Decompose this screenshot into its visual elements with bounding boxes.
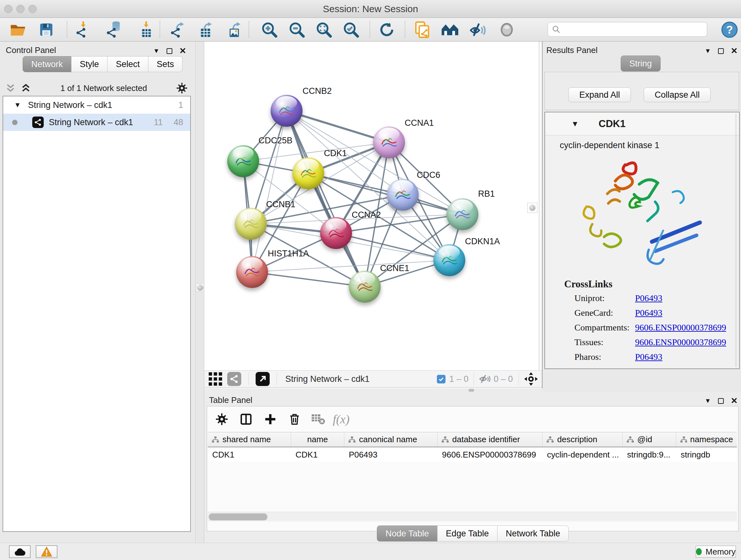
- column-header[interactable]: database identifier: [437, 432, 542, 447]
- export-table-icon[interactable]: [197, 21, 215, 39]
- open-file-icon[interactable]: [9, 21, 27, 39]
- network-view-panel: CCNE1HIST1H1ACDKN1ACCNA2CCNB1RB1CDC6CDK1…: [204, 42, 542, 392]
- network-node-RB1[interactable]: [447, 198, 478, 230]
- crosslink-value[interactable]: 9606.ENSP00000378699: [635, 322, 726, 333]
- table-row[interactable]: CDK1 CDK1 P06493 9606.ENSP00000378699 cy…: [208, 447, 737, 462]
- network-collection-row[interactable]: ▼ String Network – cdk1 1: [3, 97, 190, 114]
- results-panel-menu-icon[interactable]: ▼: [704, 47, 711, 55]
- window-close-button[interactable]: [4, 5, 12, 13]
- show-columns-icon[interactable]: [237, 411, 255, 428]
- memory-button[interactable]: Memory: [696, 546, 736, 558]
- collapse-all-networks-icon[interactable]: [20, 83, 31, 94]
- table-panel-close-icon[interactable]: ✕: [731, 396, 738, 406]
- table-panel-float-icon[interactable]: [718, 398, 724, 404]
- tab-network-table[interactable]: Network Table: [497, 525, 569, 542]
- network-options-gear-icon[interactable]: [176, 82, 188, 94]
- table-horizontal-scrollbar[interactable]: [208, 512, 737, 521]
- crosslink-value[interactable]: P06493: [635, 308, 663, 318]
- hidden-eye-icon[interactable]: [479, 374, 490, 384]
- network-node-CCNA1[interactable]: [373, 126, 405, 159]
- clone-network-icon[interactable]: [414, 21, 431, 39]
- export-image-icon[interactable]: [226, 21, 244, 39]
- search-field[interactable]: [548, 22, 707, 37]
- window-titlebar: Session: New Session: [0, 0, 741, 18]
- apply-layout-icon[interactable]: [378, 21, 396, 39]
- selected-checkbox-icon[interactable]: [437, 375, 446, 383]
- window-zoom-button[interactable]: [28, 5, 37, 13]
- collection-expander-icon[interactable]: ▼: [14, 101, 21, 109]
- results-panel-float-icon[interactable]: [718, 48, 724, 54]
- network-row-selected[interactable]: String Network – cdk1 11 48: [3, 114, 190, 131]
- zoom-selected-icon[interactable]: [342, 21, 360, 39]
- tab-select[interactable]: Select: [107, 56, 148, 72]
- table-options-gear-icon[interactable]: [213, 411, 231, 428]
- save-session-icon[interactable]: [37, 21, 55, 39]
- crosslink-value[interactable]: 9606.ENSP00000378699: [635, 337, 726, 348]
- control-panel-float-icon[interactable]: [166, 48, 172, 54]
- results-scrollbar[interactable]: [735, 114, 737, 367]
- network-canvas[interactable]: CCNE1HIST1H1ACDKN1ACCNA2CCNB1RB1CDC6CDK1…: [204, 42, 542, 370]
- expand-all-button[interactable]: Expand All: [568, 87, 631, 102]
- open-in-new-window-icon[interactable]: [256, 372, 270, 386]
- collapse-all-button[interactable]: Collapse All: [644, 87, 711, 102]
- zoom-out-icon[interactable]: [288, 21, 306, 39]
- network-node-CCNB2[interactable]: [271, 95, 302, 127]
- tab-style[interactable]: Style: [71, 56, 108, 72]
- help-icon[interactable]: [721, 21, 738, 39]
- column-header[interactable]: namespace: [676, 432, 737, 447]
- import-network-from-database-icon[interactable]: [106, 21, 124, 39]
- network-node-CCNB1[interactable]: [235, 208, 267, 240]
- gene-expander-icon[interactable]: ▼: [571, 119, 579, 128]
- column-header[interactable]: canonical name: [344, 432, 437, 447]
- gene-section-header[interactable]: ▼ CDK1: [545, 112, 739, 135]
- control-panel-close-icon[interactable]: ✕: [179, 46, 186, 56]
- column-header[interactable]: name: [291, 432, 344, 447]
- tab-string[interactable]: String: [621, 56, 661, 71]
- column-header[interactable]: @id: [623, 432, 676, 447]
- network-node-CCNE1[interactable]: [349, 271, 381, 303]
- grid-view-icon[interactable]: [209, 372, 222, 386]
- scrollbar-thumb[interactable]: [209, 513, 267, 520]
- table-panel-menu-icon[interactable]: ▼: [704, 397, 711, 405]
- vertical-splitter[interactable]: [195, 42, 204, 543]
- network-node-HIST1H1A[interactable]: [236, 256, 268, 288]
- tab-sets[interactable]: Sets: [148, 56, 183, 72]
- share-view-icon[interactable]: [227, 372, 241, 386]
- network-node-CDK1[interactable]: [292, 158, 324, 189]
- splitter-dot: [468, 389, 474, 392]
- column-header[interactable]: shared name: [208, 432, 291, 447]
- network-node-CCNA2[interactable]: [320, 217, 352, 249]
- gene-symbol: CDK1: [599, 118, 625, 130]
- zoom-fit-icon[interactable]: [315, 21, 333, 39]
- hide-labels-icon[interactable]: [469, 21, 487, 39]
- zoom-in-icon[interactable]: [260, 21, 278, 39]
- cloud-button[interactable]: [9, 545, 30, 558]
- tab-edge-table[interactable]: Edge Table: [437, 525, 497, 542]
- network-node-CDC25B[interactable]: [227, 145, 259, 177]
- canvas-scrollbar-knob[interactable]: [527, 203, 537, 213]
- window-minimize-button[interactable]: [16, 5, 24, 13]
- export-network-icon[interactable]: [169, 21, 187, 39]
- control-panel-menu-icon[interactable]: ▼: [153, 47, 159, 55]
- network-node-CDC6[interactable]: [387, 179, 419, 211]
- delete-column-icon[interactable]: [286, 411, 304, 428]
- tab-node-table[interactable]: Node Table: [377, 525, 437, 542]
- crosslink-value[interactable]: P06493: [635, 293, 663, 303]
- pan-move-icon[interactable]: [524, 372, 538, 386]
- tab-network[interactable]: Network: [23, 56, 71, 72]
- import-table-icon[interactable]: [137, 21, 155, 39]
- import-network-icon[interactable]: [74, 21, 92, 39]
- network-node-CDKN1A[interactable]: [433, 244, 465, 276]
- results-panel-close-icon[interactable]: ✕: [731, 46, 738, 56]
- canvas-vertical-scrollbar[interactable]: [539, 42, 540, 370]
- home-panel-icon[interactable]: [441, 21, 459, 39]
- splitter-handle[interactable]: [196, 284, 204, 292]
- expand-all-networks-icon[interactable]: [5, 83, 16, 94]
- warnings-button[interactable]: [36, 545, 57, 558]
- memory-label: Memory: [705, 547, 736, 557]
- add-column-icon[interactable]: [261, 411, 279, 428]
- search-input[interactable]: [564, 24, 703, 35]
- crosslink-value[interactable]: P06493: [635, 352, 663, 362]
- column-header[interactable]: description: [542, 432, 623, 447]
- horizontal-splitter[interactable]: [204, 388, 542, 392]
